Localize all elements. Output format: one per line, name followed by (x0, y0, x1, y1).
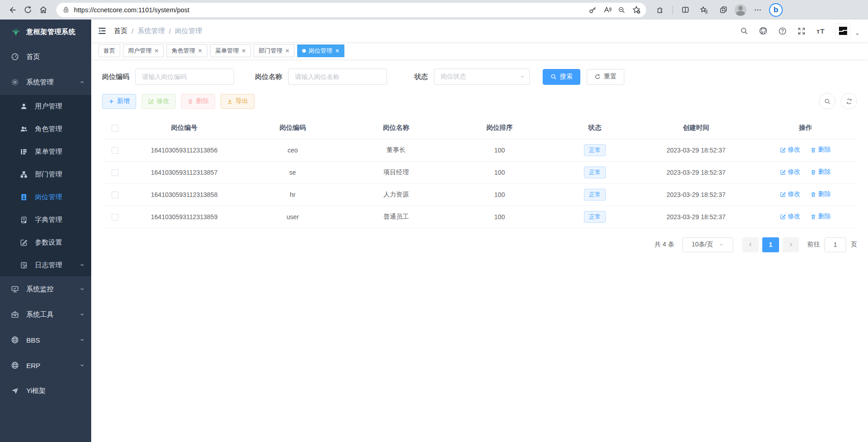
home-icon[interactable] (35, 2, 51, 18)
github-icon[interactable] (759, 26, 768, 35)
sidebar-item-role-management[interactable]: 角色管理 (0, 118, 91, 140)
toggle-search-button[interactable] (819, 93, 835, 109)
close-icon[interactable]: ✕ (285, 48, 289, 54)
row-delete-button[interactable]: 删除 (810, 190, 831, 198)
delete-button[interactable]: 删除 (181, 94, 215, 109)
back-icon[interactable] (5, 2, 20, 18)
fullscreen-icon[interactable] (797, 27, 806, 35)
cell-post-id: 1641030593112313856 (128, 139, 241, 161)
table-row[interactable]: 1641030593112313858 hr 人力资源 100 正常 2023-… (102, 183, 857, 206)
row-delete-button[interactable]: 删除 (810, 168, 831, 176)
tag-role-management[interactable]: 角色管理 ✕ (167, 44, 207, 57)
sidebar-item-user-management[interactable]: 用户管理 (0, 95, 91, 118)
status-select[interactable]: 岗位状态 (434, 69, 530, 85)
breadcrumb-home[interactable]: 首页 (114, 27, 128, 35)
sidebar-item-post-management[interactable]: 岗位管理 (0, 186, 91, 208)
more-menu-icon[interactable] (750, 2, 765, 18)
sidebar-item-log-management[interactable]: 日志管理 (0, 254, 91, 276)
favorite-add-star-icon[interactable] (629, 4, 643, 16)
row-edit-button[interactable]: 修改 (780, 146, 800, 154)
sidebar-item-system-monitor[interactable]: 系统监控 (0, 276, 91, 302)
sidebar-item-label: 部门管理 (35, 170, 85, 179)
sidebar-item-home[interactable]: 首页 (0, 44, 91, 69)
read-aloud-icon[interactable] (600, 4, 614, 16)
search-icon[interactable] (740, 27, 748, 35)
close-icon[interactable]: ✕ (335, 48, 339, 54)
sidebar-item-erp[interactable]: ERP (0, 353, 91, 378)
row-edit-label: 修改 (788, 212, 800, 221)
app-logo[interactable]: 意框架管理系统 (0, 20, 91, 44)
select-all-checkbox[interactable] (112, 125, 118, 132)
refresh-icon[interactable] (20, 2, 35, 18)
sidebar-item-dict-management[interactable]: 字典管理 (0, 208, 91, 231)
reset-button[interactable]: 重置 (587, 69, 624, 85)
tag-user-management[interactable]: 用户管理 ✕ (123, 44, 164, 57)
help-icon[interactable] (778, 27, 787, 35)
export-button[interactable]: 导出 (221, 94, 255, 109)
next-page-button[interactable] (783, 237, 799, 252)
cell-post-name: 董事长 (344, 139, 448, 161)
sidebar-item-label: BBS (26, 336, 72, 344)
row-checkbox[interactable] (112, 169, 118, 176)
post-name-input[interactable] (288, 69, 387, 85)
user-avatar[interactable] (835, 23, 851, 39)
cell-post-name: 普通员工 (344, 206, 448, 228)
favorites-bar-icon[interactable] (696, 2, 712, 18)
table-row[interactable]: 1641030593112313856 ceo 董事长 100 正常 2023-… (102, 139, 857, 161)
row-checkbox[interactable] (112, 147, 118, 154)
row-edit-button[interactable]: 修改 (780, 212, 800, 221)
zoom-out-icon[interactable] (614, 4, 629, 16)
sidebar-item-system-management[interactable]: 系统管理 (0, 69, 91, 95)
table-row[interactable]: 1641030593112313859 user 普通员工 100 正常 202… (102, 206, 857, 228)
table-row[interactable]: 1641030593112313857 se 项目经理 100 正常 2023-… (102, 161, 857, 183)
close-icon[interactable]: ✕ (154, 48, 159, 54)
row-edit-button[interactable]: 修改 (780, 190, 800, 198)
goto-page-input[interactable] (824, 237, 846, 252)
tag-dept-management[interactable]: 部门管理 ✕ (254, 44, 294, 57)
address-bar[interactable]: https://ccnetcore.com:1101/system/post (56, 3, 646, 17)
search-button[interactable]: 搜索 (543, 69, 580, 85)
split-screen-icon[interactable] (677, 2, 693, 18)
breadcrumb-system[interactable]: 系统管理 (137, 27, 165, 35)
toolbox-icon (11, 310, 19, 319)
sidebar-collapse-icon[interactable] (98, 26, 107, 35)
post-code-input[interactable] (135, 69, 234, 85)
font-size-icon[interactable]: тT (816, 27, 825, 35)
page-size-select[interactable]: 10条/页 (682, 237, 733, 252)
row-checkbox[interactable] (112, 214, 118, 221)
tag-post-management[interactable]: 岗位管理 ✕ (297, 44, 344, 57)
tag-menu-management[interactable]: 菜单管理 ✕ (210, 44, 251, 57)
sidebar-item-menu-management[interactable]: 菜单管理 (0, 140, 91, 163)
close-icon[interactable]: ✕ (241, 48, 246, 54)
row-delete-button[interactable]: 删除 (810, 212, 831, 221)
row-edit-button[interactable]: 修改 (780, 168, 800, 176)
add-button[interactable]: 新增 (102, 94, 136, 109)
url-text[interactable]: https://ccnetcore.com:1101/system/post (74, 6, 585, 14)
bing-chat-icon[interactable]: b (769, 3, 783, 17)
page-size-value: 10条/页 (691, 241, 713, 249)
export-button-label: 导出 (235, 97, 248, 105)
sidebar-item-bbs[interactable]: BBS (0, 327, 91, 353)
chevron-down-icon[interactable] (855, 32, 860, 37)
tag-home[interactable]: 首页 (98, 44, 120, 57)
row-checkbox[interactable] (112, 192, 118, 198)
sidebar-item-yi-framework[interactable]: Yi框架 (0, 378, 91, 403)
password-key-icon[interactable] (585, 4, 600, 16)
cell-post-code: hr (241, 183, 344, 206)
prev-page-button[interactable] (742, 237, 759, 252)
refresh-table-button[interactable] (841, 93, 857, 109)
table-toolbar: 新增 修改 删除 导出 (102, 93, 857, 109)
browser-toolbar: https://ccnetcore.com:1101/system/post (0, 0, 868, 20)
collections-icon[interactable] (716, 2, 731, 18)
breadcrumb-separator: / (132, 27, 133, 35)
sidebar-item-label: 角色管理 (35, 125, 85, 133)
sidebar-item-dept-management[interactable]: 部门管理 (0, 163, 91, 186)
sidebar-item-param-settings[interactable]: 参数设置 (0, 231, 91, 254)
close-icon[interactable]: ✕ (198, 48, 202, 54)
sidebar-item-system-tools[interactable]: 系统工具 (0, 302, 91, 327)
row-delete-button[interactable]: 删除 (810, 146, 831, 154)
page-number-button[interactable]: 1 (762, 237, 779, 252)
extensions-puzzle-icon[interactable] (652, 2, 668, 18)
edit-button[interactable]: 修改 (142, 94, 176, 109)
browser-profile-avatar[interactable] (735, 4, 746, 16)
